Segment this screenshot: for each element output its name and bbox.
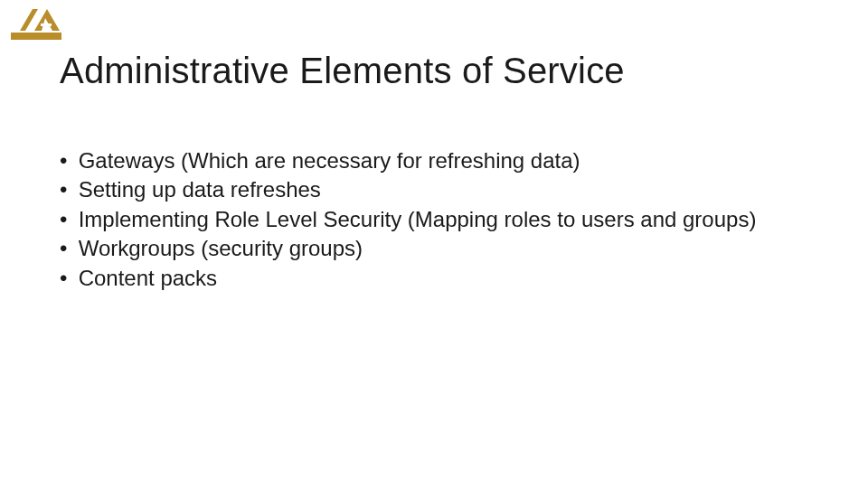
brand-logo-icon xyxy=(11,5,61,42)
list-item: • Content packs xyxy=(60,264,832,293)
list-item: • Implementing Role Level Security (Mapp… xyxy=(60,205,832,234)
svg-marker-2 xyxy=(34,9,60,31)
bullet-list: • Gateways (Which are necessary for refr… xyxy=(60,146,832,293)
slide: Administrative Elements of Service • Gat… xyxy=(0,0,868,488)
list-item: • Setting up data refreshes xyxy=(60,175,832,204)
bullet-text: Gateways (Which are necessary for refres… xyxy=(79,148,580,173)
bullet-icon: • xyxy=(60,146,72,175)
bullet-text: Workgroups (security groups) xyxy=(79,236,363,260)
bullet-icon: • xyxy=(60,264,72,293)
bullet-text: Content packs xyxy=(79,266,217,290)
svg-rect-0 xyxy=(11,33,61,40)
bullet-text: Implementing Role Level Security (Mappin… xyxy=(79,207,757,231)
bullet-icon: • xyxy=(60,175,72,204)
svg-marker-1 xyxy=(20,9,38,31)
bullet-text: Setting up data refreshes xyxy=(79,177,321,202)
list-item: • Workgroups (security groups) xyxy=(60,234,832,263)
svg-rect-3 xyxy=(41,23,52,26)
bullet-icon: • xyxy=(60,234,72,263)
bullet-icon: • xyxy=(60,205,72,234)
slide-title: Administrative Elements of Service xyxy=(60,51,625,91)
list-item: • Gateways (Which are necessary for refr… xyxy=(60,146,832,175)
